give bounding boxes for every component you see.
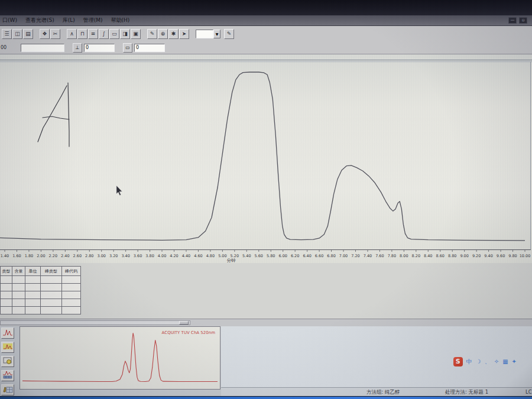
keyboard-icon[interactable]: ▦ bbox=[502, 358, 508, 365]
table-cell[interactable] bbox=[12, 291, 25, 299]
peaks-table-view-button[interactable] bbox=[1, 370, 14, 381]
menu-list-icon[interactable]: ☰ bbox=[2, 29, 12, 39]
peak-table-panel: 类型含量单位峰类型峰代码 bbox=[0, 263, 532, 319]
table-cell[interactable] bbox=[12, 284, 25, 291]
edit-table-button[interactable] bbox=[1, 384, 14, 395]
table-cell[interactable] bbox=[62, 276, 81, 284]
dropdown-value[interactable] bbox=[196, 30, 213, 38]
x-tick-label: 9.00 bbox=[460, 254, 468, 258]
chromatogram-plot-area[interactable]: 1.401.601.802.002.202.402.602.803.003.20… bbox=[0, 54, 532, 263]
table-cell[interactable] bbox=[62, 307, 81, 314]
menu-item-5[interactable]: 帮助(H) bbox=[111, 17, 130, 24]
status-method-group: 方法组: 纯乙醇 bbox=[366, 389, 400, 396]
code-marker-icon[interactable]: ▭ bbox=[123, 43, 132, 53]
table-cell[interactable] bbox=[41, 307, 62, 314]
scrollbar-thumb[interactable] bbox=[179, 321, 189, 325]
table-cell[interactable] bbox=[1, 299, 12, 307]
sogou-logo[interactable]: S bbox=[453, 357, 463, 366]
table-cell[interactable] bbox=[62, 291, 81, 299]
zoom-icon[interactable]: ⊕ bbox=[158, 29, 168, 39]
sparkle-icon[interactable]: ✧ bbox=[494, 358, 499, 365]
code-count-input[interactable] bbox=[134, 44, 165, 52]
region-icon[interactable]: ▭ bbox=[109, 29, 119, 39]
toolbar-groups: ☰◫▤❖✂∧⊓≡∫▭◨▣✎⊕✱➤ bbox=[2, 29, 196, 39]
table-cell[interactable] bbox=[25, 291, 41, 299]
table-row bbox=[1, 276, 81, 284]
table-cell[interactable] bbox=[12, 307, 25, 314]
toolbox-icon[interactable]: ✦ bbox=[512, 358, 517, 365]
minimize-button[interactable]: — bbox=[508, 17, 517, 24]
menu-item-3[interactable]: 库(L) bbox=[63, 17, 75, 24]
menu-item-4[interactable]: 管理(M) bbox=[83, 17, 103, 24]
table-cell[interactable] bbox=[41, 299, 62, 307]
window-layout-icon[interactable]: ◫ bbox=[12, 29, 22, 39]
table-cell[interactable] bbox=[1, 307, 12, 314]
menu-item-1[interactable]: 口(W) bbox=[2, 17, 17, 24]
x-tick-label: 2.20 bbox=[49, 254, 57, 258]
main-toolbar: ☰◫▤❖✂∧⊓≡∫▭◨▣✎⊕✱➤ ▼ ✎ bbox=[0, 26, 532, 41]
edit-annotation-icon[interactable]: ✎ bbox=[224, 29, 234, 39]
table-cell[interactable] bbox=[25, 284, 41, 291]
table-cell[interactable] bbox=[62, 299, 81, 307]
peak-count-input[interactable] bbox=[84, 44, 115, 52]
grid-view-icon[interactable]: ▣ bbox=[131, 29, 141, 39]
table-cell[interactable] bbox=[25, 276, 41, 284]
report-view-icon[interactable]: ▤ bbox=[23, 29, 33, 39]
x-axis-ticks: 1.401.601.802.002.202.402.602.803.003.20… bbox=[1, 249, 531, 258]
x-tick-label: 7.60 bbox=[375, 254, 384, 258]
name-input[interactable] bbox=[21, 44, 64, 52]
annotation-stroke bbox=[43, 116, 69, 119]
table-cell[interactable] bbox=[1, 291, 12, 299]
punctuation-icon[interactable]: 、 bbox=[485, 358, 491, 365]
table-cell[interactable] bbox=[12, 276, 25, 284]
x-tick-label: 8.00 bbox=[400, 254, 408, 258]
integrate-icon[interactable]: ∫ bbox=[99, 29, 109, 39]
table-cell[interactable] bbox=[41, 276, 62, 284]
chevron-down-icon[interactable]: ▼ bbox=[213, 30, 220, 38]
x-tick-label: 3.80 bbox=[145, 254, 154, 258]
preview-chromatogram-panel[interactable]: ACQUITY TUV ChA 520nm bbox=[20, 326, 220, 390]
table-header-5: 峰代码 bbox=[62, 267, 81, 276]
table-cell[interactable] bbox=[25, 307, 41, 314]
peak-pick-icon[interactable]: ∧ bbox=[67, 29, 77, 39]
tray-icons: 中☽、✧▦✦ bbox=[466, 358, 517, 365]
clear-icon[interactable]: ✱ bbox=[168, 29, 179, 39]
baseline-icon[interactable]: ⊓ bbox=[77, 29, 87, 39]
table-cell[interactable] bbox=[12, 299, 25, 307]
stack-plots-icon[interactable]: ≡ bbox=[88, 29, 98, 39]
chromatogram-red-view-button[interactable] bbox=[1, 327, 14, 339]
cut-region-icon[interactable]: ✂ bbox=[50, 29, 60, 39]
table-cell[interactable] bbox=[25, 299, 41, 307]
chinese-mode-icon[interactable]: 中 bbox=[466, 358, 472, 365]
peak-results-table[interactable]: 类型含量单位峰类型峰代码 bbox=[0, 266, 81, 314]
zoom-preview-button[interactable] bbox=[1, 356, 14, 367]
menu-bar: 口(W)查看光谱(S)库(L)管理(M)帮助(H) — ▫ bbox=[0, 15, 532, 26]
x-tick-label: 6.60 bbox=[315, 254, 323, 258]
review-icon[interactable]: ❖ bbox=[40, 29, 50, 39]
table-cell[interactable] bbox=[1, 276, 12, 284]
menu-item-2[interactable]: 查看光谱(S) bbox=[25, 17, 54, 24]
horizontal-scrollbar[interactable] bbox=[0, 320, 190, 325]
x-tick-label: 8.40 bbox=[424, 254, 432, 258]
table-header-2: 含量 bbox=[12, 267, 25, 276]
table-row bbox=[1, 299, 81, 307]
table-cell[interactable] bbox=[1, 284, 12, 291]
x-tick-label: 7.20 bbox=[351, 254, 359, 258]
x-tick-label: 9.80 bbox=[508, 254, 517, 258]
toolbar-group: ☰◫▤ bbox=[2, 29, 33, 39]
x-tick-label: 9.60 bbox=[497, 254, 505, 258]
moon-icon[interactable]: ☽ bbox=[476, 358, 481, 365]
annotate-icon[interactable]: ✎ bbox=[147, 29, 157, 39]
maximize-button[interactable]: ▫ bbox=[519, 17, 527, 24]
apply-icon[interactable]: ➤ bbox=[179, 29, 189, 39]
table-cell[interactable] bbox=[62, 284, 81, 291]
scale-dropdown[interactable]: ▼ bbox=[196, 30, 220, 38]
chromatogram-yellow-view-button[interactable] bbox=[1, 342, 14, 353]
peak-marker-icon[interactable]: ⊥ bbox=[73, 43, 82, 53]
hand-drawn-annotation-A bbox=[38, 83, 69, 147]
table-cell[interactable] bbox=[41, 284, 62, 291]
split-view-icon[interactable]: ◨ bbox=[120, 29, 130, 39]
x-tick-label: 3.20 bbox=[109, 254, 118, 258]
x-tick-label: 6.20 bbox=[291, 254, 299, 258]
table-cell[interactable] bbox=[41, 291, 62, 299]
